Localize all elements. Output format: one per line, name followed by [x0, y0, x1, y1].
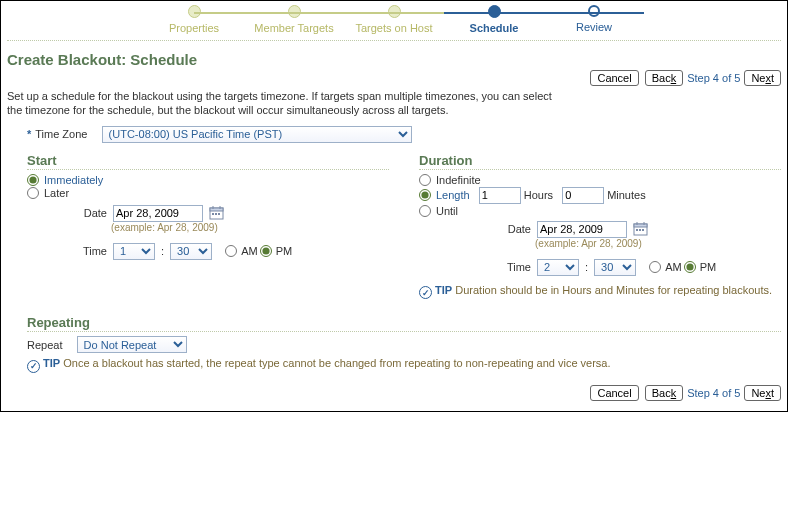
duration-indefinite-label: Indefinite [436, 174, 481, 186]
duration-hours-input[interactable] [479, 187, 521, 204]
start-pm-label: PM [276, 245, 293, 257]
intro-text: Set up a schedule for the blackout using… [7, 90, 567, 118]
cancel-label: Cancel [597, 387, 631, 399]
time-colon: : [161, 245, 164, 257]
train-step-label: Targets on Host [355, 22, 432, 34]
train-dot-icon [388, 5, 401, 18]
bottom-nav-row: Cancel Back Step 4 of 5 Next [7, 385, 781, 401]
next-label: Next [751, 72, 774, 84]
start-later-label: Later [44, 187, 69, 199]
start-later-radio[interactable] [27, 187, 39, 199]
start-hour-select[interactable]: 1 [113, 243, 155, 260]
start-legend: Start [27, 153, 389, 170]
wizard-train: PropertiesMember TargetsTargets on HostS… [7, 5, 781, 34]
time-colon: : [585, 261, 588, 273]
duration-length-label: Length [436, 189, 470, 201]
start-am-label: AM [241, 245, 258, 257]
back-label: Back [652, 387, 676, 399]
cancel-button[interactable]: Cancel [590, 70, 638, 86]
start-min-select[interactable]: 30 [170, 243, 212, 260]
back-button[interactable]: Back [645, 385, 683, 401]
duration-am-radio[interactable] [649, 261, 661, 273]
train-dot-icon [588, 5, 600, 17]
duration-length-radio[interactable] [419, 189, 431, 201]
check-circle-icon [27, 360, 40, 373]
start-immediately-radio[interactable] [27, 174, 39, 186]
train-dot-icon [288, 5, 301, 18]
duration-mins-label: Minutes [607, 189, 646, 201]
train-step-schedule[interactable]: Schedule [444, 5, 544, 34]
train-step-label: Review [576, 21, 612, 33]
start-immediately-label: Immediately [44, 174, 103, 186]
back-label: Back [652, 72, 676, 84]
train-step-member-targets[interactable]: Member Targets [244, 5, 344, 34]
repeating-legend: Repeating [27, 315, 781, 332]
duration-indefinite-radio[interactable] [419, 174, 431, 186]
svg-rect-12 [639, 229, 641, 231]
train-step-label: Member Targets [254, 22, 333, 34]
next-button[interactable]: Next [744, 70, 781, 86]
start-date-input[interactable] [113, 205, 203, 222]
duration-pm-label: PM [700, 261, 717, 273]
duration-time-label: Time [499, 261, 531, 273]
start-date-example: (example: Apr 28, 2009) [111, 222, 389, 233]
duration-legend: Duration [419, 153, 781, 170]
tip-label: TIP [435, 284, 452, 296]
page-title: Create Blackout: Schedule [7, 51, 781, 68]
train-step-label: Properties [169, 22, 219, 34]
start-time-label: Time [75, 245, 107, 257]
cancel-button[interactable]: Cancel [590, 385, 638, 401]
train-step-review[interactable]: Review [544, 5, 644, 34]
next-label: Next [751, 387, 774, 399]
step-indicator: Step 4 of 5 [687, 387, 740, 399]
duration-until-label: Until [436, 205, 458, 217]
timezone-label: Time Zone [35, 128, 87, 140]
svg-rect-1 [210, 208, 223, 211]
duration-am-label: AM [665, 261, 682, 273]
train-dot-icon [188, 5, 201, 18]
repeat-label: Repeat [27, 339, 62, 351]
duration-tip-text: Duration should be in Hours and Minutes … [455, 284, 772, 296]
svg-rect-11 [636, 229, 638, 231]
start-section: Start Immediately Later Date (example: A… [27, 153, 389, 298]
timezone-row: * Time Zone (UTC-08:00) US Pacific Time … [27, 126, 781, 143]
calendar-icon[interactable] [633, 221, 649, 237]
duration-section: Duration Indefinite Length Hours Minutes… [419, 153, 781, 298]
duration-date-input[interactable] [537, 221, 627, 238]
divider [7, 40, 781, 41]
duration-hour-select[interactable]: 2 [537, 259, 579, 276]
svg-rect-8 [634, 224, 647, 227]
start-am-radio[interactable] [225, 245, 237, 257]
train-step-targets-on-host[interactable]: Targets on Host [344, 5, 444, 34]
calendar-icon[interactable] [209, 205, 225, 221]
duration-date-label: Date [499, 223, 531, 235]
train-step-label: Schedule [470, 22, 519, 34]
back-button[interactable]: Back [645, 70, 683, 86]
next-button[interactable]: Next [744, 385, 781, 401]
cancel-label: Cancel [597, 72, 631, 84]
required-icon: * [27, 128, 31, 140]
check-circle-icon [419, 286, 432, 299]
duration-mins-input[interactable] [562, 187, 604, 204]
duration-date-example: (example: Apr 28, 2009) [535, 238, 781, 249]
repeating-section: Repeating Repeat Do Not Repeat TIP Once … [27, 315, 781, 371]
train-step-properties[interactable]: Properties [144, 5, 244, 34]
repeat-select[interactable]: Do Not Repeat [77, 336, 187, 353]
top-nav-row: Cancel Back Step 4 of 5 Next [7, 70, 781, 86]
start-pm-radio[interactable] [260, 245, 272, 257]
step-indicator: Step 4 of 5 [687, 72, 740, 84]
svg-rect-13 [642, 229, 644, 231]
svg-rect-5 [215, 213, 217, 215]
duration-min-select[interactable]: 30 [594, 259, 636, 276]
timezone-select[interactable]: (UTC-08:00) US Pacific Time (PST) [102, 126, 412, 143]
start-date-label: Date [75, 207, 107, 219]
svg-rect-6 [218, 213, 220, 215]
duration-until-radio[interactable] [419, 205, 431, 217]
duration-hours-label: Hours [524, 189, 553, 201]
tip-label: TIP [43, 357, 60, 369]
svg-rect-4 [212, 213, 214, 215]
duration-pm-radio[interactable] [684, 261, 696, 273]
repeating-tip-text: Once a blackout has started, the repeat … [63, 357, 610, 369]
